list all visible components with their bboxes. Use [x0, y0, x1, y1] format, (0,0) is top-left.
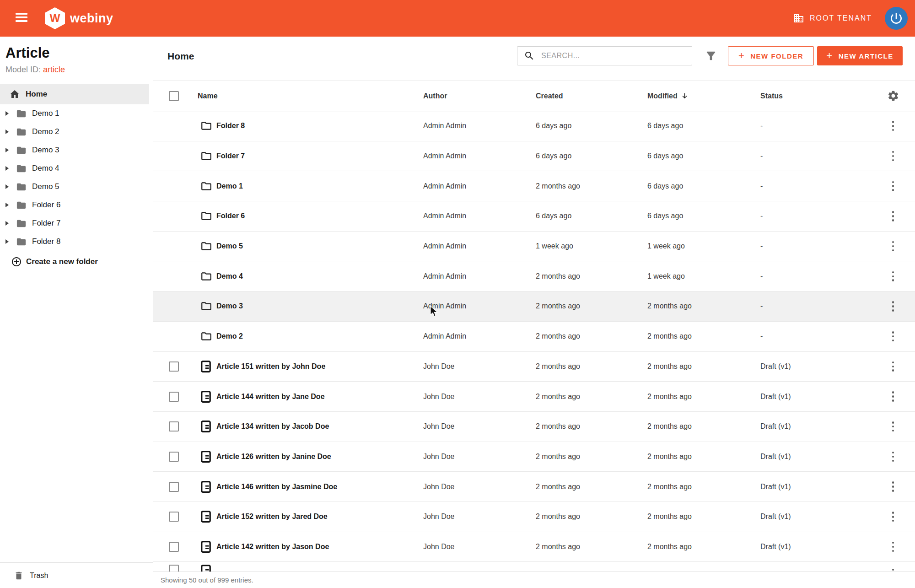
column-header-author[interactable]: Author [423, 92, 536, 100]
row-name[interactable]: Demo 3 [216, 302, 423, 310]
table-row[interactable]: Folder 7 Admin Admin 6 days ago 6 days a… [153, 141, 915, 172]
row-checkbox[interactable] [169, 361, 179, 372]
row-menu-button[interactable] [889, 267, 897, 285]
table-row[interactable]: Demo 3 Admin Admin 2 months ago 2 months… [153, 291, 915, 322]
row-modified: 2 months ago [647, 483, 760, 491]
folder-icon [16, 163, 27, 174]
row-menu-button[interactable] [889, 448, 897, 466]
row-name[interactable]: Article 142 written by Jason Doe [216, 543, 423, 551]
row-name[interactable]: Demo 1 [216, 182, 423, 190]
row-name[interactable]: Article 151 written by John Doe [216, 362, 423, 371]
column-header-created[interactable]: Created [536, 92, 647, 100]
row-author: John Doe [423, 422, 536, 431]
row-modified: 2 months ago [647, 362, 760, 371]
row-name[interactable]: Article 144 written by Jane Doe [216, 393, 423, 401]
table-row[interactable]: Article 142 written by Jason Doe John Do… [153, 532, 915, 562]
tenant-selector[interactable]: ROOT TENANT [791, 0, 875, 37]
column-settings-button[interactable] [887, 90, 899, 102]
row-menu-button[interactable] [889, 207, 897, 225]
caret-right-icon[interactable] [5, 239, 9, 244]
row-menu-button[interactable] [889, 538, 897, 556]
column-header-modified[interactable]: Modified [647, 92, 760, 100]
row-name[interactable]: Article 146 written by Jasmine Doe [216, 483, 423, 491]
row-menu-button[interactable] [889, 358, 897, 376]
search-input[interactable] [540, 51, 692, 60]
table-row[interactable]: Article 151 written by John Doe John Doe… [153, 352, 915, 382]
row-menu-button[interactable] [889, 117, 897, 135]
table-row[interactable]: Article 134 written by Jacob Doe John Do… [153, 412, 915, 442]
select-all-checkbox[interactable] [169, 91, 179, 101]
row-menu-button[interactable] [889, 388, 897, 405]
table-row[interactable]: Article 144 written by Jane Doe John Doe… [153, 382, 915, 412]
caret-right-icon[interactable] [5, 203, 9, 207]
model-id-label: Model ID: [5, 65, 41, 74]
folder-icon [200, 270, 212, 282]
sidebar-folder-item[interactable]: Demo 5 [0, 178, 153, 196]
row-menu-button[interactable] [889, 328, 897, 345]
row-checkbox[interactable] [169, 482, 179, 492]
article-icon [200, 451, 211, 463]
trash-button[interactable]: Trash [0, 562, 153, 588]
webiny-logo[interactable]: W webiny [45, 7, 113, 29]
caret-right-icon[interactable] [5, 148, 9, 152]
row-name[interactable]: Article 134 written by Jacob Doe [216, 422, 423, 431]
folder-icon [200, 150, 212, 162]
table-row[interactable]: Article 152 written by Jared Doe John Do… [153, 502, 915, 532]
row-checkbox[interactable] [169, 542, 179, 552]
row-menu-button[interactable] [889, 297, 897, 315]
new-article-button[interactable]: + NEW ARTICLE [817, 46, 903, 65]
sidebar-folder-item[interactable]: Demo 4 [0, 159, 153, 178]
row-name[interactable]: Folder 7 [216, 152, 423, 160]
new-folder-button[interactable]: + NEW FOLDER [728, 46, 814, 65]
folder-icon [200, 180, 212, 192]
row-menu-button[interactable] [889, 418, 897, 436]
row-menu-button[interactable] [889, 508, 897, 526]
row-checkbox[interactable] [169, 512, 179, 522]
new-folder-label: NEW FOLDER [750, 52, 803, 60]
table-row[interactable]: Folder 6 Admin Admin 6 days ago 6 days a… [153, 201, 915, 232]
column-header-status[interactable]: Status [760, 92, 871, 100]
column-header-name[interactable]: Name [198, 92, 423, 100]
sidebar-item-home[interactable]: Home [0, 84, 149, 104]
building-icon [793, 13, 804, 24]
row-name[interactable]: Demo 5 [216, 242, 423, 250]
funnel-icon [705, 49, 717, 62]
sidebar-folder-item[interactable]: Folder 6 [0, 196, 153, 214]
row-checkbox[interactable] [169, 392, 179, 402]
filter-button[interactable] [703, 49, 719, 63]
table-row[interactable]: Folder 8 Admin Admin 6 days ago 6 days a… [153, 111, 915, 141]
caret-right-icon[interactable] [5, 111, 9, 116]
row-name[interactable]: Folder 8 [216, 122, 423, 130]
sidebar-folder-item[interactable]: Demo 3 [0, 141, 153, 159]
folder-icon [16, 182, 27, 192]
row-menu-button[interactable] [889, 237, 897, 255]
row-menu-button[interactable] [889, 177, 897, 195]
user-avatar[interactable] [885, 7, 908, 30]
row-name[interactable]: Demo 4 [216, 272, 423, 281]
caret-right-icon[interactable] [5, 221, 9, 226]
sidebar-folder-item[interactable]: Demo 1 [0, 104, 153, 123]
table-row[interactable]: Demo 5 Admin Admin 1 week ago 1 week ago… [153, 232, 915, 262]
table-row[interactable]: Article 126 written by Janine Doe John D… [153, 442, 915, 472]
row-checkbox[interactable] [169, 452, 179, 462]
row-menu-button[interactable] [889, 147, 897, 165]
sidebar-folder-item[interactable]: Demo 2 [0, 123, 153, 141]
table-row[interactable]: Demo 2 Admin Admin 2 months ago 2 months… [153, 322, 915, 352]
row-checkbox[interactable] [169, 421, 179, 432]
row-name[interactable]: Article 126 written by Janine Doe [216, 453, 423, 461]
model-id-value[interactable]: article [43, 65, 65, 74]
row-menu-button[interactable] [889, 478, 897, 496]
sidebar-folder-item[interactable]: Folder 8 [0, 232, 153, 251]
row-name[interactable]: Folder 6 [216, 212, 423, 220]
row-name[interactable]: Article 152 written by Jared Doe [216, 512, 423, 521]
caret-right-icon[interactable] [5, 129, 9, 134]
caret-right-icon[interactable] [5, 184, 9, 189]
table-row[interactable]: Demo 4 Admin Admin 2 months ago 1 week a… [153, 261, 915, 291]
menu-button[interactable] [15, 12, 30, 25]
table-row[interactable]: Demo 1 Admin Admin 2 months ago 6 days a… [153, 171, 915, 201]
create-folder-button[interactable]: Create a new folder [0, 252, 98, 272]
row-name[interactable]: Demo 2 [216, 332, 423, 340]
caret-right-icon[interactable] [5, 166, 9, 171]
table-row[interactable]: Article 146 written by Jasmine Doe John … [153, 472, 915, 502]
sidebar-folder-item[interactable]: Folder 7 [0, 214, 153, 232]
